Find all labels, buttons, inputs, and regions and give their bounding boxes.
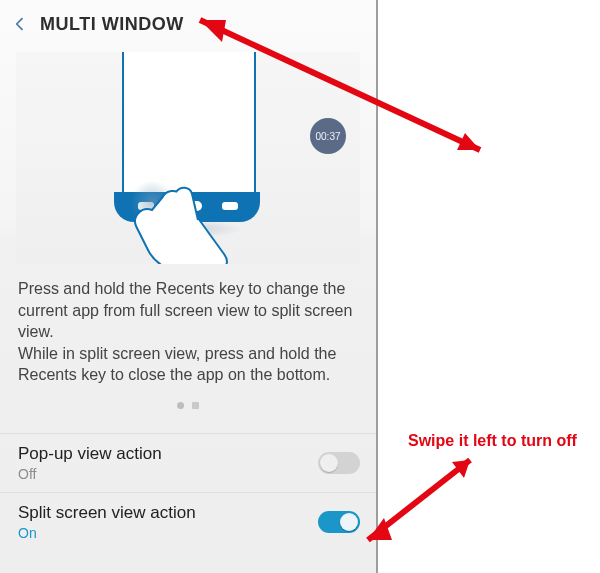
header: MULTI WINDOW bbox=[0, 0, 376, 44]
row-popup-view[interactable]: Pop-up view action Off bbox=[0, 433, 376, 492]
chevron-left-icon bbox=[12, 16, 28, 32]
page-indicator bbox=[0, 402, 376, 409]
row-label: Split screen view action bbox=[18, 503, 196, 523]
toggle-split-screen[interactable] bbox=[318, 511, 360, 533]
page-dot[interactable] bbox=[177, 402, 184, 409]
tutorial-illustration[interactable]: 00:37 bbox=[16, 52, 360, 264]
tutorial-description: Press and hold the Recents key to change… bbox=[0, 264, 376, 396]
timestamp-badge: 00:37 bbox=[310, 118, 346, 154]
row-state: Off bbox=[18, 466, 162, 482]
description-paragraph-2: While in split screen view, press and ho… bbox=[18, 345, 336, 384]
annotation-text: Swipe it left to turn off bbox=[408, 432, 577, 450]
hand-pointing-icon bbox=[106, 162, 306, 264]
row-split-screen[interactable]: Split screen view action On bbox=[0, 492, 376, 551]
page-title: MULTI WINDOW bbox=[40, 14, 184, 35]
settings-screen: MULTI WINDOW 00:37 Press and hold the Re… bbox=[0, 0, 378, 573]
page-dot-active[interactable] bbox=[192, 402, 199, 409]
back-button[interactable] bbox=[6, 10, 34, 38]
row-label: Pop-up view action bbox=[18, 444, 162, 464]
row-state: On bbox=[18, 525, 196, 541]
description-paragraph-1: Press and hold the Recents key to change… bbox=[18, 280, 352, 340]
svg-marker-1 bbox=[457, 133, 480, 150]
svg-marker-3 bbox=[452, 460, 470, 478]
toggle-popup-view[interactable] bbox=[318, 452, 360, 474]
